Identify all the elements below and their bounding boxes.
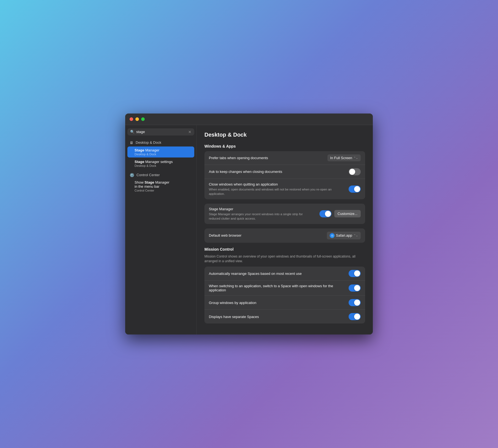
close-windows-row: Close windows when quitting an applicati… [204,179,365,199]
main-content: Desktop & Dock Windows & Apps Prefer tab… [197,125,373,335]
sidebar-section-desktop-dock: 🖥 Desktop & Dock [127,139,194,146]
settings-window: 🔍 ✕ 🖥 Desktop & Dock Stage Manager Deskt… [125,114,373,335]
sidebar-item-show-stage-manager[interactable]: Show Stage Manager in the menu bar Contr… [127,179,194,193]
search-input[interactable] [136,130,187,134]
sidebar-item-stage-manager[interactable]: Stage Manager Desktop & Dock [127,146,194,157]
show-stage-text: Show [135,180,144,184]
search-icon: 🔍 [130,130,135,134]
switch-space-left: When switching to an application, switch… [209,284,349,292]
control-center-icon: ⚙️ [130,173,134,177]
sidebar-item-stage-manager-settings-suffix: Manager settings [144,160,173,164]
default-browser-row: Default web browser ⊙ Safari.app ⌃⌄ [204,228,365,243]
close-windows-toggle[interactable] [349,186,361,193]
ask-keep-changes-row: Ask to keep changes when closing documen… [204,165,365,179]
sidebar-item-stage-manager-suffix: Manager [144,148,159,152]
auto-rearrange-toggle[interactable] [349,270,361,277]
switch-space-toggle[interactable] [349,284,361,292]
default-browser-group: Default web browser ⊙ Safari.app ⌃⌄ [204,228,365,243]
close-windows-left: Close windows when quitting an applicati… [209,182,349,196]
window-body: 🔍 ✕ 🖥 Desktop & Dock Stage Manager Deskt… [125,125,373,335]
minimize-button[interactable] [135,117,139,121]
auto-rearrange-left: Automatically rearrange Spaces based on … [209,272,349,276]
customize-button[interactable]: Customize... [334,210,361,217]
ask-keep-changes-left: Ask to keep changes when closing documen… [209,170,349,174]
show-stage-line2: in the menu bar [135,184,159,189]
search-clear-icon[interactable]: ✕ [188,130,191,134]
windows-apps-group: Prefer tabs when opening documents In Fu… [204,151,365,199]
sidebar-item-stage-manager-settings-highlight: Stage [135,160,144,164]
prefer-tabs-value: In Full Screen [330,156,352,160]
sidebar-item-stage-manager-sub: Desktop & Dock [135,153,191,156]
stage-manager-toggle[interactable] [319,210,332,217]
group-windows-left: Group windows by application [209,301,349,305]
titlebar [125,114,373,125]
prefer-tabs-chevron: ⌃⌄ [354,156,358,159]
prefer-tabs-label: Prefer tabs when opening documents [209,156,323,160]
default-browser-chevron: ⌃⌄ [354,234,358,237]
default-browser-left: Default web browser [209,233,327,237]
stage-manager-controls: Customize... [319,210,361,217]
sidebar-group-control-center: ⚙️ Control Center Show Stage Manager in … [127,172,194,193]
group-windows-label: Group windows by application [209,301,344,305]
show-stage-highlight: Stage [144,180,154,184]
sidebar-section-label-control-center: Control Center [136,173,160,177]
switch-space-row: When switching to an application, switch… [204,281,365,296]
stage-manager-label: Stage Manager [209,207,315,211]
close-button[interactable] [130,117,133,121]
close-windows-label: Close windows when quitting an applicati… [209,182,344,186]
ask-keep-changes-toggle[interactable] [349,168,361,175]
group-windows-row: Group windows by application [204,296,365,310]
search-bar: 🔍 ✕ [127,128,194,135]
prefer-tabs-left: Prefer tabs when opening documents [209,156,327,160]
windows-apps-label: Windows & Apps [204,144,365,148]
switch-space-label: When switching to an application, switch… [209,284,344,292]
close-windows-desc: When enabled, open documents and windows… [209,187,344,196]
stage-manager-group: Stage Manager Stage Manager arranges you… [204,204,365,224]
mission-control-label: Mission Control [204,247,365,251]
sidebar-item-stage-manager-settings[interactable]: Stage Manager settings Desktop & Dock [127,158,194,169]
separate-spaces-label: Displays have separate Spaces [209,315,344,319]
auto-rearrange-row: Automatically rearrange Spaces based on … [204,267,365,281]
sidebar-item-stage-manager-settings-label: Stage Manager settings [135,160,191,164]
page-title: Desktop & Dock [204,132,365,138]
desktop-dock-icon: 🖥 [130,140,133,145]
separate-spaces-toggle[interactable] [349,313,361,320]
stage-manager-row: Stage Manager Stage Manager arranges you… [204,204,365,224]
maximize-button[interactable] [141,117,145,121]
ask-keep-changes-label: Ask to keep changes when closing documen… [209,170,344,174]
sidebar-section-control-center: ⚙️ Control Center [127,172,194,178]
sidebar-item-stage-manager-highlight: Stage [135,148,144,152]
show-stage-suffix: Manager [154,180,169,184]
sidebar: 🔍 ✕ 🖥 Desktop & Dock Stage Manager Deskt… [125,125,197,335]
sidebar-item-show-stage-manager-sub: Control Center [135,189,191,192]
sidebar-item-stage-manager-label: Stage Manager [135,148,191,152]
separate-spaces-row: Displays have separate Spaces [204,310,365,323]
traffic-lights [130,117,145,121]
mission-control-section: Mission Control Mission Control shows an… [204,247,365,324]
prefer-tabs-row: Prefer tabs when opening documents In Fu… [204,151,365,165]
safari-icon: ⊙ [330,233,335,238]
sidebar-section-label-desktop-dock: Desktop & Dock [136,140,161,145]
sidebar-item-show-stage-manager-label: Show Stage Manager in the menu bar [135,180,191,189]
stage-manager-left: Stage Manager Stage Manager arranges you… [209,207,319,221]
stage-manager-desc: Stage Manager arranges your recent windo… [209,212,315,221]
mission-control-desc: Mission Control shows an overview of you… [204,254,365,264]
prefer-tabs-dropdown[interactable]: In Full Screen ⌃⌄ [327,154,361,161]
separate-spaces-left: Displays have separate Spaces [209,315,349,319]
sidebar-item-stage-manager-settings-sub: Desktop & Dock [135,164,191,167]
mission-control-group: Automatically rearrange Spaces based on … [204,267,365,323]
default-browser-label: Default web browser [209,233,322,237]
group-windows-toggle[interactable] [349,299,361,306]
sidebar-group-desktop-dock: 🖥 Desktop & Dock Stage Manager Desktop &… [127,139,194,169]
default-browser-value: Safari.app [336,233,352,237]
default-browser-dropdown[interactable]: ⊙ Safari.app ⌃⌄ [327,232,361,239]
auto-rearrange-label: Automatically rearrange Spaces based on … [209,272,344,276]
